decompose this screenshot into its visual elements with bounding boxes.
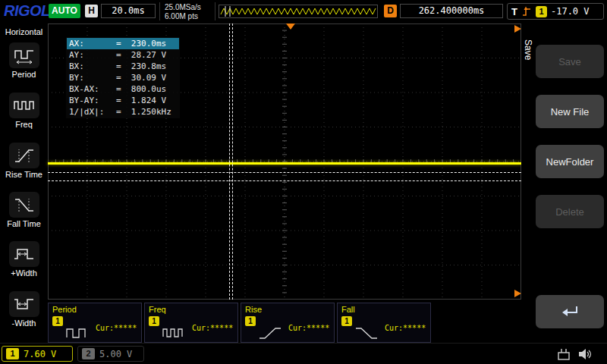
channel2-badge: 2: [82, 348, 95, 359]
ch1-trace: [48, 162, 521, 165]
trigger-slope-icon: [521, 5, 532, 17]
sidebar-item-freq[interactable]: Freq: [0, 93, 48, 129]
trigger-level-value: -17.0 V: [551, 6, 590, 17]
speaker-icon: [577, 347, 593, 362]
graticule: AX:= 230.0ms AY:= 28.27 V BX:= 230.8ms B…: [48, 24, 521, 300]
sidebar-item-label: Rise Time: [0, 170, 48, 179]
sidebar-item-label: -Width: [0, 318, 48, 328]
cursor-row: BX-AX:= 800.0us: [67, 83, 179, 95]
trigger-label: T: [511, 6, 517, 17]
enter-return-icon: [559, 304, 580, 319]
bottom-status-bar: 1 7.60 V 2 5.00 V: [0, 343, 607, 364]
cursor-row: BX:= 230.8ms: [67, 61, 179, 72]
cursor-ax-line: [229, 24, 230, 300]
trigger-source-badge: 1: [536, 6, 547, 17]
rise-time-icon: [13, 146, 36, 165]
fall-icon: [354, 325, 379, 340]
offscreen-arrow-bottom: [514, 290, 521, 297]
period-icon: [13, 46, 36, 65]
delay-badge: D: [384, 5, 397, 17]
cursor-row: 1/|dX|:= 1.250kHz: [67, 106, 179, 118]
left-function-menu: Horizontal Period Freq Rise Time: [0, 23, 48, 343]
preview-waveform-icon: [219, 5, 377, 17]
cursor-readout-panel: AX:= 230.0ms AY:= 28.27 V BX:= 230.8ms B…: [66, 37, 180, 118]
cursor-ay-line: [48, 172, 521, 173]
channel1-status[interactable]: 1 7.60 V: [2, 346, 73, 362]
sidebar-item-label: Fall Time: [0, 219, 48, 228]
minus-width-icon: [13, 294, 36, 314]
usb-icon: [555, 347, 572, 362]
cursor-row: AY:= 28.27 V: [67, 49, 179, 61]
run-status-badge: AUTO: [49, 4, 80, 18]
cursor-row: BY:= 30.09 V: [67, 72, 179, 83]
rise-icon: [258, 325, 282, 340]
freq-icon: [13, 96, 36, 115]
period-icon: [65, 325, 90, 340]
memory-waveform-preview: [219, 5, 378, 18]
delete-button[interactable]: Delete: [536, 195, 604, 228]
fall-time-icon: [13, 195, 36, 215]
measurement-cur: Cur:*****: [385, 324, 426, 333]
offscreen-arrow-top: [514, 25, 521, 33]
freq-icon: [162, 325, 186, 340]
measurement-name: Period: [52, 305, 77, 314]
measurement-panel-period[interactable]: Period 1 Cur:***** Avg:***** Max:***** M…: [48, 303, 142, 343]
plus-width-icon: [13, 244, 36, 264]
back-button[interactable]: [536, 295, 604, 328]
save-button[interactable]: Save: [536, 45, 604, 78]
new-folder-button[interactable]: NewFolder: [536, 145, 604, 178]
measurement-channel-badge: 1: [149, 316, 159, 326]
measurement-panel-rise[interactable]: Rise 1 Cur:***** Avg:***** Max:***** Min…: [241, 303, 335, 343]
measurement-cur: Cur:*****: [288, 324, 329, 333]
measurement-name: Freq: [149, 305, 166, 314]
trigger-position-marker: [286, 24, 295, 30]
measurement-name: Fall: [341, 305, 355, 314]
cursor-by-line: [48, 180, 521, 181]
divider: [159, 2, 160, 20]
sidebar-item-period[interactable]: Period: [0, 42, 48, 79]
cursor-row: AX:= 230.0ms: [67, 38, 179, 49]
oscilloscope-screen: RIGOL AUTO H 20.0ms 25.0MSa/s 6.00M pts …: [0, 0, 607, 364]
menu-title-save: Save: [523, 39, 533, 60]
measurement-cur: Cur:*****: [96, 324, 137, 333]
cursor-bx-line: [232, 24, 233, 300]
cursor-row: BY-AY:= 1.824 V: [67, 95, 179, 106]
measurement-panel-freq[interactable]: Freq 1 Cur:***** Avg:***** Max:***** Min…: [144, 303, 238, 343]
measurement-channel-badge: 1: [245, 316, 256, 326]
timebase-value: 20.0ms: [101, 4, 156, 18]
measurement-channel-badge: 1: [52, 316, 63, 326]
sidebar-item-label: Freq: [0, 120, 48, 129]
channel1-scale: 7.60 V: [24, 349, 56, 359]
measurement-panel-fall[interactable]: Fall 1 Cur:***** Avg:***** Max:***** Min…: [337, 303, 431, 343]
sidebar-item-label: Period: [0, 70, 48, 79]
channel1-badge: 1: [6, 348, 19, 359]
left-menu-title: Horizontal: [0, 23, 48, 36]
horizontal-badge: H: [85, 5, 98, 17]
sidebar-item-label: +Width: [0, 268, 48, 278]
rigol-logo: RIGOL: [4, 2, 50, 20]
measurement-name: Rise: [245, 305, 262, 314]
new-file-button[interactable]: New File: [536, 95, 604, 128]
channel2-scale: 5.00 V: [99, 349, 132, 359]
delay-value: 262.400000ms: [400, 4, 503, 18]
sample-rate: 25.0MSa/s: [165, 3, 201, 11]
memory-depth: 6.00M pts: [165, 12, 198, 20]
sidebar-item-rise-time[interactable]: Rise Time: [0, 143, 48, 179]
sidebar-item-minus-width[interactable]: -Width: [0, 291, 48, 328]
sidebar-item-fall-time[interactable]: Fall Time: [0, 192, 48, 228]
measurement-cur: Cur:*****: [192, 324, 233, 333]
sidebar-item-plus-width[interactable]: +Width: [0, 241, 48, 278]
measurement-channel-badge: 1: [341, 316, 352, 326]
trigger-status-group: T 1 -17.0 V: [507, 3, 604, 20]
top-status-bar: RIGOL AUTO H 20.0ms 25.0MSa/s 6.00M pts …: [0, 0, 607, 23]
channel2-status[interactable]: 2 5.00 V: [77, 346, 144, 362]
divider: [215, 2, 215, 20]
